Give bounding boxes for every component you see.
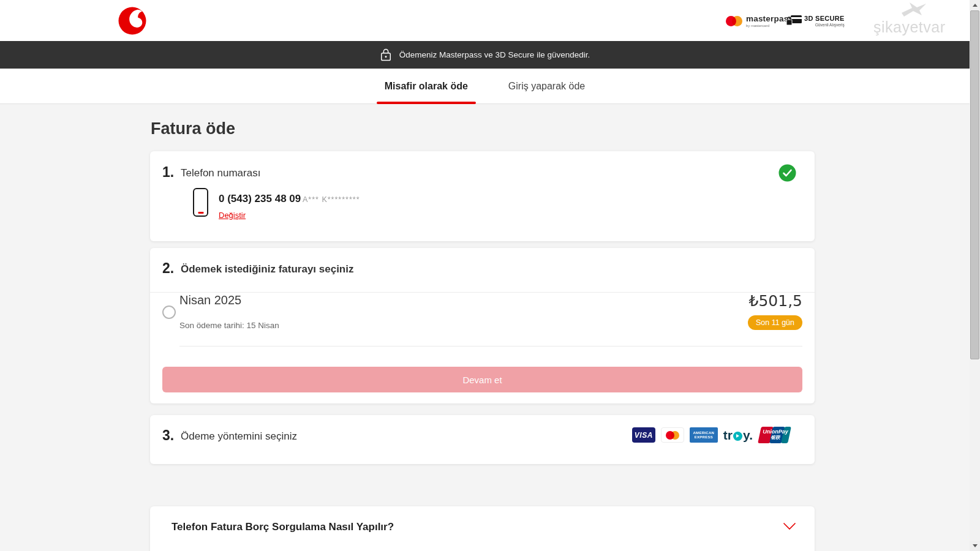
bill-due-note: Son ödeme tarihi: 15 Nisan xyxy=(179,321,279,330)
step3-payment-card: 3. Ödeme yöntemini seçiniz VISA AMERICAN… xyxy=(150,415,815,464)
security-banner: Ödemeniz Masterpass ve 3D Secure ile güv… xyxy=(0,41,970,69)
vertical-scrollbar[interactable] xyxy=(970,0,980,551)
payment-mode-tabs: Misafir olarak öde Giriş yaparak öde xyxy=(0,69,970,104)
step2-number: 2. xyxy=(162,260,174,277)
vodafone-bill-payment-page: masterpass by mastercard 3D SECURE Güven… xyxy=(0,0,980,551)
tab-login-pay[interactable]: Giriş yaparak öde xyxy=(500,69,593,103)
step3-title: Ödeme yöntemini seçiniz xyxy=(181,430,297,443)
unionpay-line1: UnionPay xyxy=(763,429,788,435)
tab-login-pay-label: Giriş yaparak öde xyxy=(508,81,585,92)
mastercard-circles-icon xyxy=(726,16,742,26)
change-number-link[interactable]: Değiştir xyxy=(219,211,246,220)
days-left-badge: Son 11 gün xyxy=(748,315,802,330)
mastercard-logo xyxy=(661,427,684,443)
threed-secure-label: 3D SECURE xyxy=(804,15,845,22)
vodafone-logo-icon[interactable] xyxy=(118,7,146,35)
step1-title: Telefon numarası xyxy=(181,167,260,179)
unionpay-line2: 银联 xyxy=(771,435,780,440)
visa-label: VISA xyxy=(635,431,653,440)
step2-title: Ödemek istediğiniz faturayı seçiniz xyxy=(181,263,353,276)
masterpass-logo: masterpass by mastercard xyxy=(726,14,793,28)
step1-phone-card: 1. Telefon numarası 0 (543) 235 48 09 A*… xyxy=(150,151,815,241)
unionpay-logo: UnionPay 银联 xyxy=(758,427,790,443)
bill-amount: ₺501,5 xyxy=(749,292,802,310)
threed-secure-logo: 3D SECURE Güvenli Alışveriş xyxy=(786,15,845,27)
amex-line2: EXPRESS xyxy=(695,435,713,440)
divider xyxy=(150,292,815,293)
amex-logo: AMERICAN EXPRESS xyxy=(690,427,718,443)
card-lock-icon xyxy=(786,15,802,27)
troy-o-icon xyxy=(733,432,742,441)
page-title: Fatura öde xyxy=(151,119,235,138)
security-banner-text: Ödemeniz Masterpass ve 3D Secure ile güv… xyxy=(399,50,590,59)
bird-icon xyxy=(900,1,927,20)
step1-number: 1. xyxy=(162,164,174,181)
phone-number-value: 0 (543) 235 48 09 xyxy=(219,193,301,205)
header: masterpass by mastercard 3D SECURE Güven… xyxy=(0,0,970,41)
tab-guest-pay[interactable]: Misafir olarak öde xyxy=(377,69,476,103)
troy-logo: try. xyxy=(723,428,753,443)
step-complete-check-icon xyxy=(778,164,796,182)
masked-account-name: A*** K********* xyxy=(303,195,360,204)
bill-period[interactable]: Nisan 2025 xyxy=(179,293,241,307)
step2-bill-card: 2. Ödemek istediğiniz faturayı seçiniz N… xyxy=(150,248,815,403)
amex-line1: AMERICAN xyxy=(693,431,714,435)
phone-icon xyxy=(193,188,208,217)
divider xyxy=(179,346,802,347)
threed-secure-sublabel: Güvenli Alışveriş xyxy=(804,23,845,27)
continue-button[interactable]: Devam et xyxy=(162,367,802,392)
troy-text-post: y. xyxy=(743,428,753,443)
faq-accordion-card[interactable]: Telefon Fatura Borç Sorgulama Nasıl Yapı… xyxy=(150,506,815,551)
step3-number: 3. xyxy=(162,427,174,444)
troy-text-pre: tr xyxy=(723,428,733,443)
scroll-down-button[interactable] xyxy=(970,541,980,551)
arrow-down-icon xyxy=(973,544,978,547)
scrollbar-thumb[interactable] xyxy=(970,10,979,359)
faq-question: Telefon Fatura Borç Sorgulama Nasıl Yapı… xyxy=(172,521,394,533)
lock-icon xyxy=(380,47,392,62)
arrow-up-icon xyxy=(973,4,978,7)
scroll-up-button[interactable] xyxy=(970,0,980,10)
bill-radio-button[interactable] xyxy=(162,305,176,319)
payment-method-logos: VISA AMERICAN EXPRESS try. UnionPay 银联 xyxy=(632,427,790,443)
tab-guest-pay-label: Misafir olarak öde xyxy=(385,81,468,92)
visa-logo: VISA xyxy=(632,427,655,443)
chevron-down-icon[interactable] xyxy=(783,522,796,530)
watermark-text: şikayetvar xyxy=(873,18,946,36)
